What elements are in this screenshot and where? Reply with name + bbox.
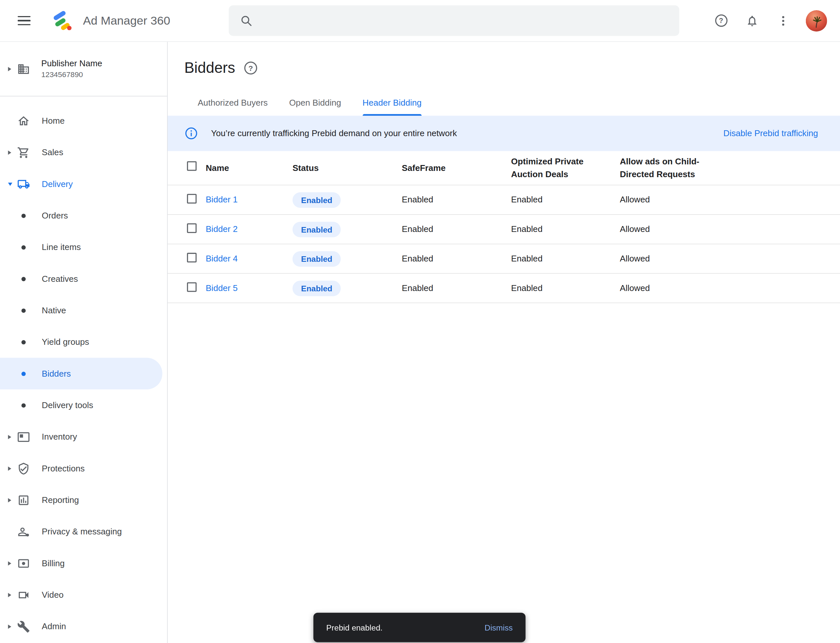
tab-authorized-buyers[interactable]: Authorized Buyers [198, 98, 267, 116]
publisher-name: Publisher Name [41, 59, 102, 69]
sidebar-item-line-items[interactable]: Line items [0, 231, 167, 263]
status-badge: Enabled [293, 222, 341, 237]
publisher-selector[interactable]: Publisher Name 1234567890 [0, 42, 167, 96]
cart-icon [17, 146, 30, 159]
help-button[interactable]: ? [715, 14, 727, 27]
child-directed-cell: Allowed [620, 254, 840, 263]
bidder-link[interactable]: Bidder 5 [206, 284, 237, 293]
page-help-icon[interactable]: ? [244, 62, 257, 75]
sidebar-item-yield-groups[interactable]: Yield groups [0, 326, 167, 357]
main-content: Bidders ? Authorized Buyers Open Bidding… [168, 42, 840, 643]
sidebar-item-reporting[interactable]: Reporting [0, 484, 167, 516]
sidebar-nav: Home Sales Delivery Orders [0, 96, 167, 642]
opad-cell: Enabled [511, 254, 620, 263]
wrench-icon [17, 620, 30, 633]
row-checkbox[interactable] [187, 194, 196, 203]
sidebar-item-protections[interactable]: Protections [0, 453, 167, 484]
chevron-right-icon [8, 498, 11, 502]
building-icon [17, 62, 30, 75]
row-checkbox[interactable] [187, 282, 196, 292]
safeframe-cell: Enabled [402, 254, 511, 263]
table-row: Bidder 5 Enabled Enabled Enabled Allowed [168, 274, 840, 303]
sidebar-item-billing[interactable]: Billing [0, 548, 167, 579]
info-icon [185, 127, 198, 140]
table-body: Bidder 1 Enabled Enabled Enabled Allowed… [168, 185, 840, 303]
child-directed-cell: Allowed [620, 284, 840, 293]
row-checkbox[interactable] [187, 253, 196, 263]
child-directed-cell: Allowed [620, 195, 840, 204]
sidebar-item-delivery-tools[interactable]: Delivery tools [0, 389, 167, 421]
snackbar: Prebid enabled. Dismiss [313, 613, 526, 642]
header-actions: ? [696, 0, 840, 41]
sidebar-item-bidders[interactable]: Bidders [0, 358, 162, 389]
video-camera-icon [17, 588, 30, 601]
column-header-safeframe: SafeFrame [402, 162, 511, 174]
sidebar-item-sales[interactable]: Sales [0, 137, 167, 168]
bullet-icon [21, 340, 26, 344]
sidebar: Publisher Name 1234567890 Home Sales [0, 42, 168, 643]
inventory-icon [17, 431, 30, 443]
table-row: Bidder 1 Enabled Enabled Enabled Allowed [168, 185, 840, 215]
bell-icon [746, 14, 758, 27]
sidebar-item-delivery[interactable]: Delivery [0, 168, 167, 200]
row-checkbox[interactable] [187, 224, 196, 233]
app-window: Ad Manager 360 ? [0, 0, 840, 643]
bullet-icon [21, 214, 26, 218]
chevron-right-icon [8, 150, 11, 155]
search-input[interactable] [261, 15, 671, 26]
status-badge: Enabled [293, 192, 341, 207]
truck-icon [17, 178, 30, 190]
status-badge: Enabled [293, 251, 341, 266]
bidder-link[interactable]: Bidder 4 [206, 254, 237, 263]
more-options-button[interactable] [777, 14, 789, 27]
bar-chart-icon [17, 493, 30, 506]
notifications-button[interactable] [746, 14, 758, 27]
tab-open-bidding[interactable]: Open Bidding [289, 98, 341, 116]
sidebar-item-orders[interactable]: Orders [0, 200, 167, 231]
sidebar-item-inventory[interactable]: Inventory [0, 421, 167, 452]
chevron-right-icon [8, 466, 11, 470]
bullet-icon [21, 245, 26, 249]
chevron-right-icon [8, 624, 11, 628]
safeframe-cell: Enabled [402, 284, 511, 293]
opad-cell: Enabled [511, 195, 620, 204]
sidebar-item-native[interactable]: Native [0, 295, 167, 326]
sidebar-item-video[interactable]: Video [0, 579, 167, 610]
safeframe-cell: Enabled [402, 224, 511, 234]
column-header-status: Status [293, 162, 402, 174]
shield-check-icon [17, 462, 30, 475]
column-header-opad: Optimized Private Auction Deals [511, 155, 593, 181]
chevron-right-icon [8, 561, 11, 565]
prebid-info-banner: You’re currently trafficking Prebid dema… [168, 116, 840, 151]
table-row: Bidder 4 Enabled Enabled Enabled Allowed [168, 244, 840, 274]
page-title: Bidders [185, 59, 235, 77]
snackbar-dismiss-button[interactable]: Dismiss [485, 623, 513, 632]
bullet-icon [21, 403, 26, 408]
safeframe-cell: Enabled [402, 195, 511, 204]
account-avatar[interactable] [806, 10, 827, 31]
disable-prebid-link[interactable]: Disable Prebid trafficking [724, 129, 818, 138]
chevron-down-icon [8, 183, 12, 186]
sidebar-item-creatives[interactable]: Creatives [0, 263, 167, 295]
search-bar[interactable] [229, 5, 679, 36]
chevron-right-icon [8, 67, 11, 71]
sidebar-item-home[interactable]: Home [0, 105, 167, 137]
tab-header-bidding[interactable]: Header Bidding [363, 98, 422, 116]
hamburger-menu-icon[interactable] [18, 16, 31, 25]
chevron-right-icon [8, 593, 11, 597]
home-icon [17, 114, 30, 127]
sidebar-item-privacy-messaging[interactable]: Privacy & messaging [0, 516, 167, 547]
payment-icon [17, 557, 30, 570]
sidebar-item-admin[interactable]: Admin [0, 610, 167, 642]
bullet-icon [21, 371, 26, 375]
publisher-id: 1234567890 [41, 70, 102, 79]
ad-manager-logo-icon [51, 9, 75, 33]
banner-message: You’re currently trafficking Prebid dema… [211, 129, 457, 138]
select-all-checkbox[interactable] [187, 161, 196, 171]
help-icon: ? [715, 15, 727, 27]
three-dots-icon [777, 14, 789, 27]
column-header-name: Name [206, 162, 293, 174]
bullet-icon [21, 308, 26, 313]
bidder-link[interactable]: Bidder 1 [206, 195, 237, 204]
bidder-link[interactable]: Bidder 2 [206, 224, 237, 233]
